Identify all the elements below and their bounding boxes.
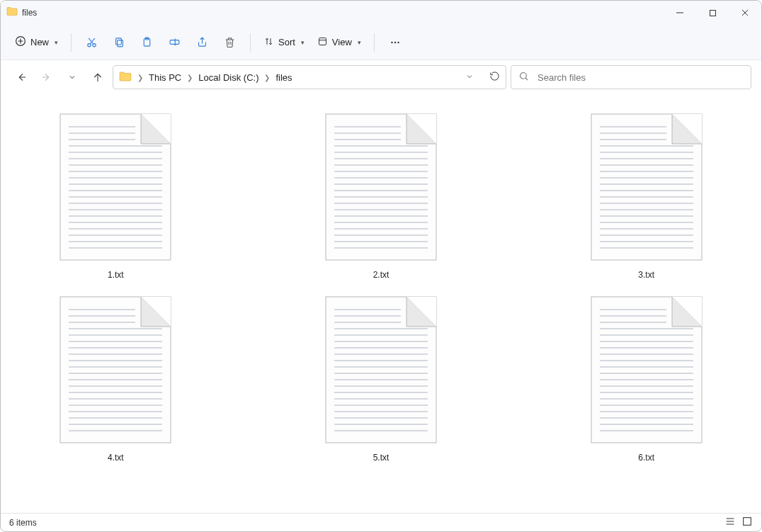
file-name: 6.txt [638, 453, 654, 463]
cut-button[interactable] [80, 33, 103, 51]
text-file-icon [590, 113, 703, 264]
svg-point-19 [391, 41, 392, 43]
chevron-right-icon: ❯ [137, 74, 143, 81]
file-name: 2.txt [373, 270, 389, 280]
view-label: View [332, 37, 352, 47]
close-button[interactable] [729, 1, 761, 25]
file-item[interactable]: 3.txt [590, 113, 703, 280]
sort-label: Sort [278, 37, 295, 47]
title-bar: files [1, 1, 761, 25]
nav-row: ❯ This PC ❯ Local Disk (C:) ❯ files [1, 60, 761, 94]
svg-rect-11 [118, 40, 123, 47]
more-button[interactable] [383, 33, 407, 52]
forward-button[interactable] [36, 67, 57, 88]
dropdown-button[interactable] [465, 72, 474, 83]
svg-rect-17 [319, 38, 326, 45]
folder-icon [6, 6, 18, 20]
status-bar: 6 items [1, 513, 761, 531]
svg-point-8 [93, 44, 96, 47]
chevron-right-icon: ❯ [187, 74, 193, 81]
paste-button[interactable] [135, 33, 159, 51]
icons-view-button[interactable] [741, 516, 753, 529]
back-button[interactable] [11, 67, 32, 88]
delete-button[interactable] [218, 33, 241, 51]
maximize-button[interactable] [696, 1, 729, 25]
file-grid: 1.txt 2.txt 3.txt 4.txt 5.txt 6.txt [29, 113, 733, 463]
new-icon [15, 35, 26, 49]
sort-button[interactable]: Sort ▾ [259, 33, 309, 52]
file-item[interactable]: 2.txt [324, 113, 438, 280]
search-icon [518, 71, 529, 84]
new-button[interactable]: New ▾ [11, 33, 62, 52]
separator [250, 33, 251, 52]
file-item[interactable]: 1.txt [59, 113, 172, 280]
details-view-button[interactable] [724, 516, 736, 529]
new-label: New [30, 37, 49, 47]
text-file-icon [324, 113, 438, 264]
chevron-down-icon: ▾ [301, 39, 305, 46]
file-name: 5.txt [373, 453, 389, 463]
window-controls [664, 1, 761, 25]
search-box[interactable] [511, 65, 751, 89]
file-item[interactable]: 6.txt [590, 295, 703, 463]
recent-button[interactable] [62, 67, 83, 88]
item-count: 6 items [9, 518, 37, 528]
chevron-down-icon: ▾ [55, 39, 58, 46]
file-name: 1.txt [108, 270, 124, 280]
search-input[interactable] [536, 72, 744, 84]
svg-line-26 [525, 78, 528, 80]
svg-point-7 [88, 44, 91, 47]
copy-button[interactable] [108, 33, 131, 51]
content-area[interactable]: 1.txt 2.txt 3.txt 4.txt 5.txt 6.txt [1, 94, 761, 513]
window-title: files [22, 8, 37, 18]
text-file-icon [324, 295, 438, 447]
file-name: 4.txt [108, 453, 124, 463]
rename-button[interactable] [163, 33, 186, 51]
svg-point-21 [397, 41, 399, 43]
breadcrumb-seg[interactable]: This PC [149, 72, 181, 83]
breadcrumb-seg[interactable]: Local Disk (C:) [198, 72, 258, 83]
sort-icon [263, 36, 274, 49]
text-file-icon [590, 295, 703, 447]
chevron-down-icon: ▾ [358, 39, 361, 46]
file-item[interactable]: 5.txt [324, 295, 438, 463]
share-button[interactable] [190, 33, 214, 51]
file-name: 3.txt [638, 270, 654, 280]
view-icon [317, 36, 328, 49]
minimize-button[interactable] [664, 1, 696, 25]
refresh-button[interactable] [489, 71, 500, 84]
folder-icon [119, 70, 132, 85]
svg-rect-168 [744, 518, 751, 526]
view-button[interactable]: View ▾ [313, 33, 365, 52]
up-button[interactable] [87, 67, 108, 88]
separator [374, 33, 375, 52]
text-file-icon [59, 113, 172, 264]
svg-rect-1 [710, 10, 715, 16]
separator [71, 33, 72, 52]
svg-point-20 [394, 41, 396, 43]
address-bar[interactable]: ❯ This PC ❯ Local Disk (C:) ❯ files [113, 65, 506, 89]
svg-rect-15 [170, 40, 179, 45]
svg-point-25 [521, 72, 527, 79]
breadcrumb-seg[interactable]: files [275, 72, 292, 83]
svg-rect-12 [116, 38, 122, 45]
toolbar: New ▾ Sort ▾ View ▾ [1, 25, 761, 60]
file-item[interactable]: 4.txt [59, 295, 172, 463]
chevron-right-icon: ❯ [264, 74, 270, 81]
text-file-icon [59, 295, 172, 447]
